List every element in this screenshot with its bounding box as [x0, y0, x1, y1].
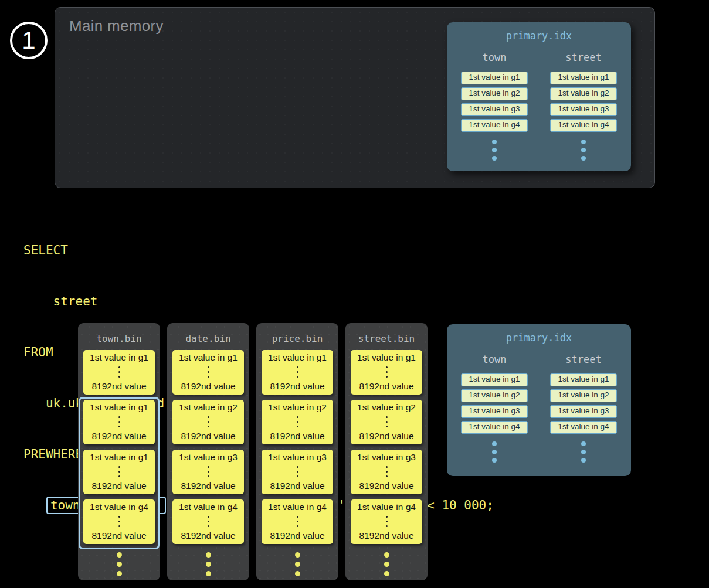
granule-first-value: 1st value in g1 [90, 402, 148, 413]
ellipsis-dot [386, 366, 388, 368]
index-column-street: street1st value in g11st value in g21st … [550, 354, 617, 463]
ellipsis-dot [581, 140, 586, 144]
sql-line-street: street [23, 293, 494, 310]
primary-idx-panel-top: primary.idxtown1st value in g11st value … [447, 22, 631, 171]
vertical-ellipsis [386, 416, 388, 427]
index-entry-chip: 1st value in g4 [461, 119, 528, 132]
vertical-ellipsis [386, 516, 388, 527]
index-column-town: town1st value in g11st value in g21st va… [461, 354, 528, 463]
index-entry-chip: 1st value in g1 [550, 72, 617, 84]
column-file-price-bin: price.bin1st value in g18192nd value1st … [256, 323, 338, 580]
more-granules-ellipsis [167, 552, 249, 576]
ellipsis-dot [492, 148, 497, 152]
index-entry-chip: 1st value in g2 [461, 389, 528, 402]
ellipsis-dot [297, 525, 298, 527]
primary-idx-panel-bottom: primary.idxtown1st value in g11st value … [447, 324, 631, 476]
ellipsis-dot [297, 416, 298, 418]
ellipsis-dot [208, 371, 209, 373]
index-entry-chip: 1st value in g2 [461, 87, 528, 100]
more-entries-ellipsis [581, 140, 586, 161]
granule-last-value: 8192nd value [91, 481, 146, 491]
index-entry-chip: 1st value in g1 [550, 373, 617, 386]
vertical-ellipsis [118, 416, 120, 427]
ellipsis-dot [384, 552, 389, 558]
granule-block: 1st value in g28192nd value [172, 400, 244, 444]
vertical-ellipsis [208, 516, 209, 527]
ellipsis-dot [118, 376, 120, 378]
vertical-ellipsis [297, 416, 298, 427]
ellipsis-dot [295, 552, 300, 558]
more-entries-ellipsis [492, 140, 497, 161]
ellipsis-dot [295, 562, 300, 567]
ellipsis-dot [206, 562, 211, 567]
granule-last-value: 8192nd value [359, 531, 413, 541]
step-number: 1 [22, 28, 35, 53]
vertical-ellipsis [386, 366, 388, 378]
index-entry-chip: 1st value in g4 [550, 119, 617, 132]
ellipsis-dot [208, 525, 209, 527]
granule-last-value: 8192nd value [270, 431, 324, 441]
ellipsis-dot [581, 148, 586, 152]
granule-block: 1st value in g48192nd value [351, 499, 422, 544]
granule-first-value: 1st value in g2 [179, 402, 238, 413]
granule-first-value: 1st value in g4 [357, 502, 416, 512]
granule-blocks: 1st value in g18192nd value1st value in … [351, 350, 422, 544]
granule-block: 1st value in g38192nd value [262, 450, 333, 494]
ellipsis-dot [118, 516, 120, 518]
ellipsis-dot [208, 376, 209, 378]
ellipsis-dot [581, 156, 586, 161]
vertical-ellipsis [118, 466, 120, 477]
ellipsis-dot [297, 371, 298, 373]
ellipsis-dot [384, 571, 389, 576]
index-column-street: street1st value in g11st value in g21st … [550, 52, 617, 161]
ellipsis-dot [206, 571, 211, 576]
ellipsis-dot [297, 475, 298, 477]
ellipsis-dot [208, 416, 209, 418]
ellipsis-dot [581, 441, 586, 446]
ellipsis-dot [118, 525, 120, 527]
column-file-title: street.bin [345, 333, 428, 344]
vertical-ellipsis [297, 466, 298, 477]
ellipsis-dot [208, 426, 209, 427]
ellipsis-dot [208, 516, 209, 518]
granule-blocks: 1st value in g18192nd value1st value in … [83, 350, 155, 544]
ellipsis-dot [386, 376, 388, 378]
granule-last-value: 8192nd value [91, 431, 146, 441]
granule-last-value: 8192nd value [359, 481, 413, 491]
ellipsis-dot [297, 471, 298, 473]
granule-block: 1st value in g38192nd value [172, 450, 244, 494]
vertical-ellipsis [208, 466, 209, 477]
ellipsis-dot [386, 466, 388, 468]
granule-block: 1st value in g18192nd value [172, 350, 244, 395]
ellipsis-dot [297, 516, 298, 518]
ellipsis-dot [118, 421, 120, 423]
ellipsis-dot [297, 521, 298, 522]
ellipsis-dot [208, 471, 209, 473]
ellipsis-dot [297, 421, 298, 423]
diagram-canvas: 1 Main memory primary.idxtown1st value i… [0, 0, 709, 588]
index-entry-chip: 1st value in g4 [550, 421, 617, 434]
granule-first-value: 1st value in g1 [90, 352, 148, 363]
more-entries-ellipsis [492, 441, 497, 463]
granule-block: 1st value in g18192nd value [351, 350, 422, 395]
granule-first-value: 1st value in g3 [268, 452, 327, 463]
granule-first-value: 1st value in g1 [179, 352, 238, 363]
more-entries-ellipsis [581, 441, 586, 463]
ellipsis-dot [581, 458, 586, 463]
granule-block: 1st value in g28192nd value [351, 400, 422, 444]
ellipsis-dot [581, 450, 586, 454]
granule-first-value: 1st value in g2 [268, 402, 327, 413]
granule-block: 1st value in g38192nd value [351, 450, 422, 494]
index-column-town: town1st value in g11st value in g21st va… [461, 52, 528, 161]
granule-first-value: 1st value in g1 [90, 452, 148, 463]
ellipsis-dot [118, 371, 120, 373]
granule-block: 1st value in g18192nd value [262, 350, 333, 395]
ellipsis-dot [386, 525, 388, 527]
ellipsis-dot [208, 521, 209, 522]
ellipsis-dot [386, 371, 388, 373]
step-number-badge: 1 [10, 22, 48, 59]
ellipsis-dot [118, 471, 120, 473]
primary-idx-columns: town1st value in g11st value in g21st va… [461, 354, 617, 463]
ellipsis-dot [386, 475, 388, 477]
granule-first-value: 1st value in g4 [90, 502, 148, 512]
